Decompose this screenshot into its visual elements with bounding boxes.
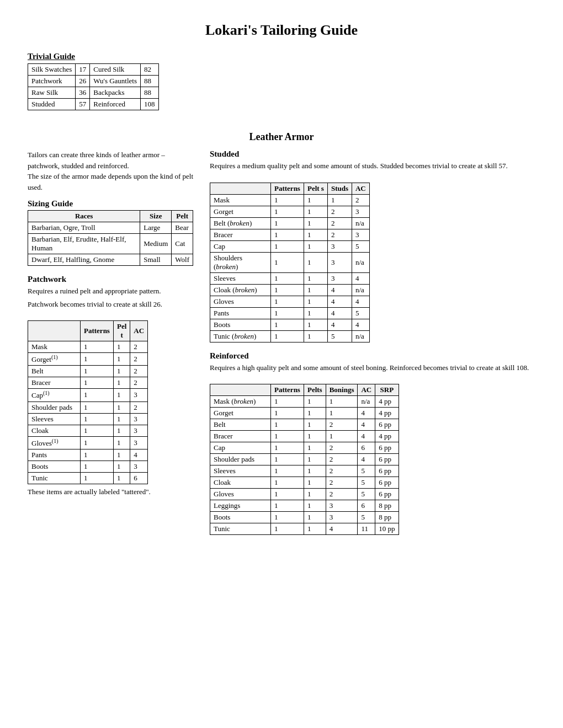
reinforced-table: Patterns Pelts Bonings AC SRP Mask (brok… (210, 384, 399, 535)
rf-patterns: 1 (271, 442, 304, 454)
sizing-size: Medium (140, 234, 172, 254)
rf-ac: 5 (358, 465, 375, 477)
rf-srp: 6 pp (375, 454, 399, 465)
trivial-guide-heading: Trivial Guide (28, 52, 535, 61)
studded-heading: Studded (210, 149, 535, 159)
sizing-guide-section: Sizing Guide Races Size Pelt Barbarian, … (28, 199, 193, 266)
patchwork-section: Patchwork Requires a ruined pelt and app… (28, 275, 193, 497)
st-studs: 4 (327, 284, 352, 296)
rf-item: Bracer (210, 431, 271, 442)
pw-pelt: 1 (113, 472, 130, 484)
st-item: Gorget (210, 206, 271, 217)
sizing-col-pelt: Pelt (172, 211, 193, 222)
st-ac: 4 (352, 272, 369, 284)
table-row: Mask (broken) 1 1 1 n/a 4 pp (210, 396, 399, 408)
trivial-skill: 36 (76, 87, 90, 99)
rf-col-item (210, 384, 271, 396)
rf-srp: 10 pp (375, 523, 399, 535)
rf-pelts: 1 (304, 523, 326, 535)
rf-item: Mask (broken) (210, 396, 271, 408)
table-row: Pants 1 1 4 5 (210, 307, 370, 319)
rf-srp: 4 pp (375, 408, 399, 419)
sizing-guide-table: Races Size Pelt Barbarian, Ogre, Troll L… (28, 210, 193, 266)
rf-srp: 6 pp (375, 419, 399, 431)
table-row: Cloak 1 1 3 (28, 425, 148, 436)
reinforced-desc: Requires a high quality pelt and some am… (210, 362, 535, 373)
rf-ac: 6 (358, 500, 375, 512)
reinforced-section: Reinforced Requires a high quality pelt … (210, 351, 535, 536)
st-patterns: 1 (271, 272, 304, 284)
st-pelts: 1 (304, 319, 327, 330)
st-pelts: 1 (304, 229, 327, 240)
pw-patterns: 1 (81, 425, 114, 436)
table-row: Gloves 1 1 4 4 (210, 296, 370, 307)
pw-col-ac: AC (130, 321, 148, 341)
st-pelts: 1 (304, 194, 327, 206)
rf-pelts: 1 (304, 500, 326, 512)
sizing-col-size: Size (140, 211, 172, 222)
st-studs: 4 (327, 307, 352, 319)
pw-ac: 6 (130, 472, 148, 484)
rf-bonings: 2 (326, 465, 358, 477)
pw-ac: 4 (130, 449, 148, 461)
sizing-guide-heading: Sizing Guide (28, 199, 193, 208)
table-row: Tunic (broken) 1 1 5 n/a (210, 330, 370, 342)
rf-ac: 4 (358, 419, 375, 431)
st-patterns: 1 (271, 206, 304, 217)
st-studs: 4 (327, 319, 352, 330)
table-row: Cloak (broken) 1 1 4 n/a (210, 284, 370, 296)
sizing-races: Barbarian, Ogre, Troll (28, 222, 140, 234)
tattered-note: These items are actually labeled "tatter… (28, 486, 193, 497)
rf-ac: 4 (358, 454, 375, 465)
rf-bonings: 1 (326, 396, 358, 408)
left-column: Tailors can create three kinds of leathe… (28, 149, 193, 506)
pw-ac: 2 (130, 353, 148, 366)
st-col-item (210, 183, 271, 194)
sizing-races: Barbarian, Elf, Erudite, Half-Elf, Human (28, 234, 140, 254)
rf-item: Gloves (210, 489, 271, 500)
pw-item: Cloak (28, 425, 81, 436)
rf-srp: 8 pp (375, 500, 399, 512)
rf-ac: 5 (358, 477, 375, 489)
rf-ac: n/a (358, 396, 375, 408)
pw-pelt: 1 (113, 402, 130, 413)
leather-armor-heading: Leather Armor (28, 131, 535, 143)
pw-ac: 3 (130, 413, 148, 425)
st-ac: n/a (352, 217, 369, 229)
trivial-guide-section: Trivial Guide Silk Swatches 17 Cured Sil… (28, 52, 535, 110)
studded-table: Patterns Pelt s Studs AC Mask 1 1 1 2 Go… (210, 183, 370, 342)
table-row: Leggings 1 1 3 6 8 pp (210, 500, 399, 512)
trivial-item: Studded (28, 99, 76, 110)
sizing-size: Small (140, 254, 172, 266)
rf-ac: 4 (358, 431, 375, 442)
st-ac: 3 (352, 206, 369, 217)
rf-item: Belt (210, 419, 271, 431)
rf-item: Cap (210, 442, 271, 454)
rf-col-srp: SRP (375, 384, 399, 396)
pw-pelt: 1 (113, 425, 130, 436)
pw-pelt: 1 (113, 366, 130, 377)
studded-section: Studded Requires a medium quality pelt a… (210, 149, 535, 342)
st-patterns: 1 (271, 284, 304, 296)
patchwork-heading: Patchwork (28, 275, 193, 284)
rf-patterns: 1 (271, 419, 304, 431)
table-row: Mask 1 1 1 2 (210, 194, 370, 206)
trivial-skill2: 88 (141, 76, 159, 87)
page: Lokari's Tailoring Guide Trivial Guide S… (28, 22, 535, 544)
st-col-patterns: Patterns (271, 183, 304, 194)
sizing-pelt: Cat (172, 234, 193, 254)
rf-pelts: 1 (304, 512, 326, 523)
pw-item: Bracer (28, 377, 81, 389)
right-column: Studded Requires a medium quality pelt a… (210, 149, 535, 544)
trivial-skill: 57 (76, 99, 90, 110)
pw-item: Shoulder pads (28, 402, 81, 413)
rf-patterns: 1 (271, 431, 304, 442)
rf-ac: 5 (358, 489, 375, 500)
rf-patterns: 1 (271, 465, 304, 477)
st-patterns: 1 (271, 217, 304, 229)
table-row: Gorget(1) 1 1 2 (28, 353, 148, 366)
st-studs: 4 (327, 296, 352, 307)
pw-pelt: 1 (113, 353, 130, 366)
pw-item: Pants (28, 449, 81, 461)
table-row: Sleeves 1 1 3 4 (210, 272, 370, 284)
